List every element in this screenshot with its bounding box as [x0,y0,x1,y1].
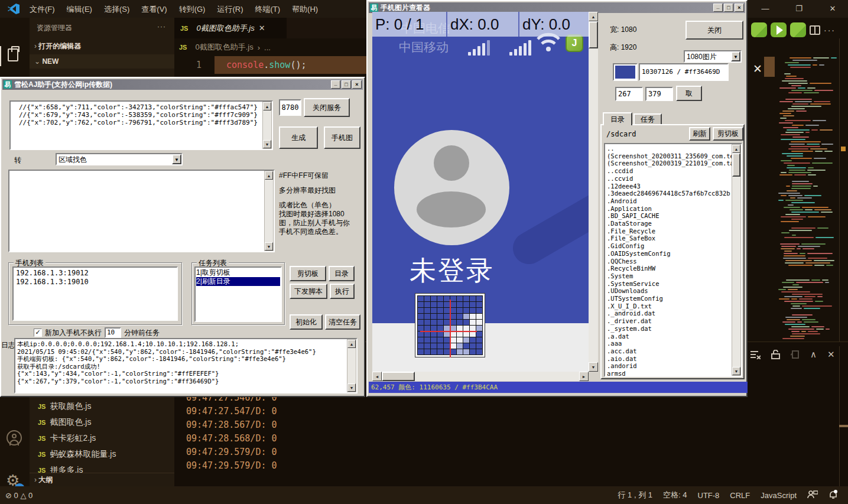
file-list-item[interactable]: .GidConfig [607,242,732,250]
scroll-up-icon[interactable]: ▲ [265,171,273,180]
menu-item[interactable]: 编辑(E) [61,0,98,19]
eol-sequence[interactable]: CRLF [724,491,755,500]
indentation[interactable]: 空格: 4 [658,490,692,500]
size-dropdown[interactable]: 1080图片 ▼ [684,50,742,63]
account-icon[interactable] [7,430,22,446]
menu-item[interactable]: 帮助(H) [286,0,324,19]
file-list-item[interactable]: ._driver.dat [607,317,732,325]
clear-output-icon[interactable] [750,350,761,359]
file-list-item[interactable]: ._android.dat [607,310,732,317]
language-mode[interactable]: JavaScript [755,491,802,500]
file-list-item[interactable]: .QQChess [607,258,732,265]
close-panel-icon[interactable]: ✕ [827,349,835,360]
cursor-position[interactable]: 行 1 , 列 1 [613,490,658,500]
refresh-button[interactable]: 刷新 [689,127,710,141]
code-comment-textarea[interactable]: //{"x":658,"y":711,"color":-342713,"colo… [9,100,273,150]
scroll-down-icon[interactable]: ▼ [732,367,740,375]
close-editor-icon[interactable]: ✕ [750,59,765,79]
close-service-button[interactable]: 关闭服务 [304,98,350,117]
helper-titlebar[interactable]: 易 雪松AJ助手(支持公网ip传数据) _ □ × [2,79,363,90]
vscroll-thumb[interactable] [589,21,598,48]
checkbox[interactable]: ✓ [34,329,42,337]
file-list-item[interactable]: .SystemService [607,280,732,288]
notifications-bell-icon[interactable] [823,490,843,501]
file-list-item[interactable]: .File_SafeBox [607,235,732,242]
scroll-down-icon[interactable]: ▼ [589,362,598,372]
file-list-item[interactable]: .3deaedc28469674418c57af6b7cc832b [607,190,732,197]
file-list-item[interactable]: .RecycleBinHW [607,265,732,272]
scrollbar[interactable]: ▲ ▼ [732,144,741,376]
autojs-save-icon[interactable] [790,22,806,37]
more-actions-icon[interactable]: ··· [157,22,166,31]
file-list-item[interactable]: .aio.dat [607,355,732,363]
scroll-left-icon[interactable]: ◄ [372,372,382,381]
breadcrumb-file[interactable]: 0截图取色助手.js [195,42,253,53]
file-list-item[interactable]: .Android [607,197,732,205]
dropdown-arrow-icon[interactable]: ▼ [731,51,740,61]
file-list-item[interactable]: .X_U_I_D.txt [607,303,732,310]
code-line-1[interactable]: console.show(); [215,56,366,74]
execute-button[interactable]: 执行 [330,284,355,299]
y-coordinate-field[interactable]: 379 [645,87,673,101]
window-minimize-button[interactable]: — [752,0,779,18]
file-list-item[interactable]: armsd [607,370,732,376]
unlock-icon[interactable] [771,350,780,359]
close-viewer-button[interactable]: 关闭 [685,21,743,40]
tab-directory[interactable]: 目录 [603,112,632,125]
file-list-item[interactable]: (Screenshot_20200311_235609_com.ten [607,152,732,160]
dropdown-arrow-icon[interactable]: ▼ [172,154,181,164]
file-list-item[interactable]: .System [607,272,732,280]
pick-color-button[interactable]: 取 [676,86,702,101]
task-list-item[interactable]: 1|取剪切板 [196,268,280,277]
breadcrumb-more[interactable]: ... [264,43,271,52]
scroll-up-icon[interactable]: ▲ [589,12,598,21]
scrollbar[interactable]: ▲ ▼ [262,102,272,149]
file-list-item[interactable]: .andorid [607,362,732,370]
x-coordinate-field[interactable]: 267 [615,87,643,101]
menu-item[interactable]: 终端(T) [249,0,286,19]
phone-screenshot-viewport[interactable]: 中国电信 中国移动 J P: 0 / 1 dX: 0.0 dY: 0.0 [372,12,589,372]
tab-active[interactable]: JS 0截图取色助手.js ✕ [174,18,287,38]
minimize-icon[interactable]: _ [713,4,723,12]
file-list-item[interactable]: .Application [607,205,732,213]
close-icon[interactable]: × [352,80,362,89]
menu-item[interactable]: 选择(S) [98,0,135,19]
file-list-item[interactable]: ..ccvid [607,175,732,183]
file-tree-item[interactable]: JS获取颜色.js [30,398,174,414]
dir-clipboard-button[interactable]: 剪切板 [713,127,743,141]
result-textarea[interactable]: ▲ ▼ [8,170,275,252]
color-value-field[interactable]: 10307126 / #ff36469D [639,63,729,81]
initialize-button[interactable]: 初始化 [290,314,323,330]
generate-button[interactable]: 生成 [279,126,318,149]
maximize-panel-icon[interactable]: ∧ [810,349,817,360]
clipboard-button[interactable]: 剪切板 [290,266,326,281]
clear-tasks-button[interactable]: 清空任务 [325,314,360,330]
breadcrumb[interactable]: JS 0截图取色助手.js › ... [179,40,271,54]
autojs-icon[interactable] [751,22,767,37]
encoding[interactable]: UTF-8 [693,491,725,500]
file-list[interactable]: ..(Screenshot_20200311_235609_com.ten(Sc… [604,143,742,377]
maximize-icon[interactable]: □ [342,80,351,89]
maximize-icon[interactable]: □ [724,4,733,12]
feedback-icon[interactable] [802,490,823,500]
tab-close-icon[interactable]: ✕ [259,24,265,32]
menu-item[interactable]: 转到(G) [173,0,212,19]
pin-output-icon[interactable] [791,350,800,359]
image-hscrollbar[interactable]: ◄ ► [372,372,589,381]
scroll-down-icon[interactable]: ▼ [265,242,273,251]
run-script-icon[interactable] [771,22,787,37]
close-icon[interactable]: × [735,4,744,12]
file-list-item[interactable]: .BD_SAPI_CACHE [607,212,732,220]
scroll-right-icon[interactable]: ► [579,372,589,381]
file-list-item[interactable]: .a.dat [607,333,732,340]
phone-list[interactable]: 192.168.1.3:19012192.168.1.3:19010 [12,266,178,321]
panel-scrollbar-thumb[interactable] [839,425,848,427]
image-vscrollbar[interactable]: ▲ ▼ [589,12,598,372]
push-script-button[interactable]: 下发脚本 [290,284,327,299]
file-list-item[interactable]: ._system.dat [607,325,732,333]
menu-item[interactable]: 文件(F) [24,0,61,19]
scroll-up-icon[interactable]: ▲ [347,340,356,348]
scroll-down-icon[interactable]: ▼ [263,140,271,148]
file-list-item[interactable]: (Screenshot_20200319_221019_com.tao [607,160,732,167]
file-list-item[interactable]: .UDownloads [607,287,732,295]
